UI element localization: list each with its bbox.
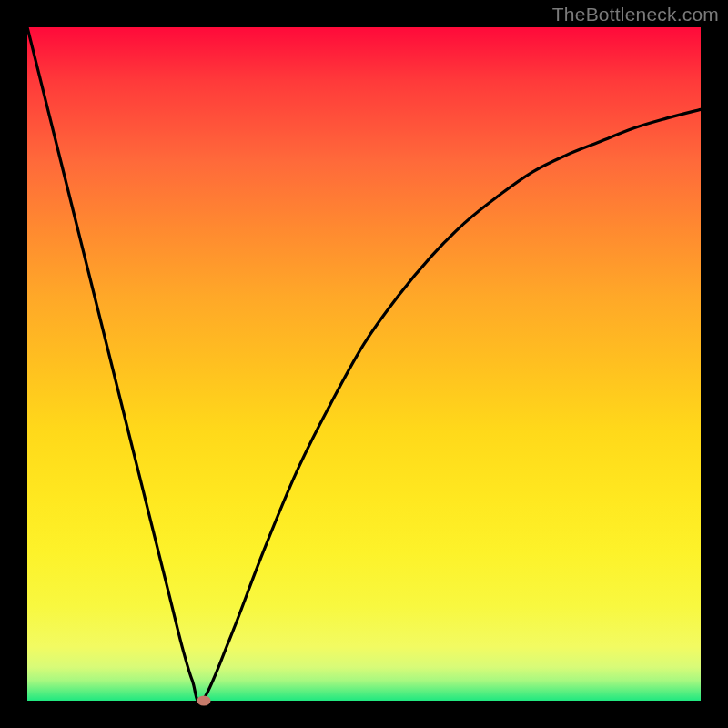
bottleneck-marker bbox=[197, 696, 210, 706]
curve-svg bbox=[27, 27, 701, 701]
plot-area bbox=[27, 27, 701, 701]
watermark-text: TheBottleneck.com bbox=[552, 4, 719, 25]
bottleneck-curve bbox=[27, 27, 701, 701]
chart-frame: TheBottleneck.com bbox=[0, 0, 728, 728]
